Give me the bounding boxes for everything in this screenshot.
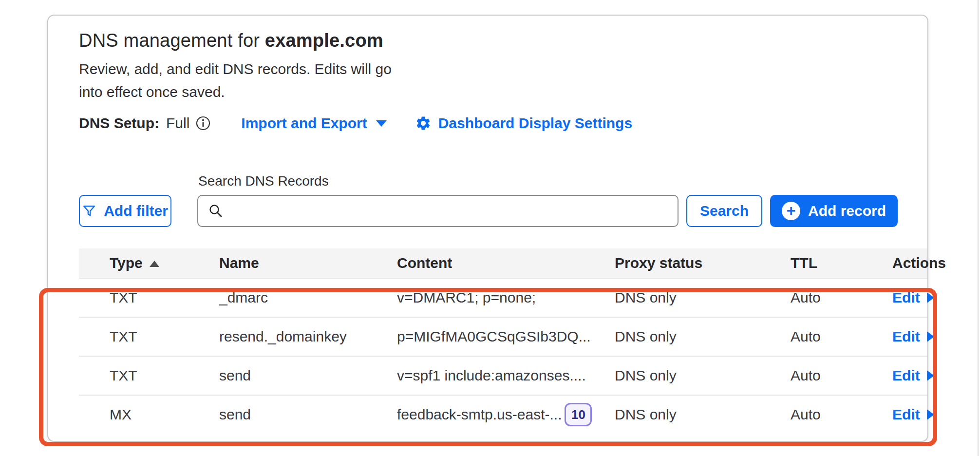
table-row: TXT send v=spf1 include:amazonses.... DN…: [79, 356, 927, 395]
dns-setup-row: DNS Setup: Full Import and Export: [79, 115, 927, 132]
page-title: DNS management for example.com: [79, 30, 927, 51]
record-type: TXT: [79, 367, 219, 384]
add-record-label: Add record: [808, 203, 886, 219]
search-box: [197, 195, 678, 227]
edit-record-link[interactable]: Edit: [892, 289, 934, 306]
search-button-label: Search: [700, 203, 749, 219]
record-name: resend._domainkey: [219, 328, 397, 345]
search-field-group: Search DNS Records: [197, 173, 678, 227]
search-button[interactable]: Search: [686, 195, 762, 227]
record-proxy-status: DNS only: [615, 406, 791, 423]
table-header-row: Type Name Content Proxy status TTL Actio…: [79, 248, 927, 278]
search-toolbar: Add filter Search DNS Records: [79, 173, 927, 227]
column-header-ttl[interactable]: TTL: [791, 255, 892, 271]
dns-setup-label: DNS Setup:: [79, 115, 159, 132]
record-ttl: Auto: [791, 406, 892, 423]
record-ttl: Auto: [791, 367, 892, 384]
chevron-right-icon: [927, 331, 934, 342]
table-row: MX send feedback-smtp.us-east-... 10 DNS…: [79, 395, 927, 434]
column-header-actions: Actions: [892, 255, 960, 271]
record-type: TXT: [79, 289, 219, 306]
add-record-button[interactable]: + Add record: [770, 195, 898, 227]
record-ttl: Auto: [791, 328, 892, 345]
record-content: v=DMARC1; p=none;: [397, 289, 615, 306]
edit-record-link[interactable]: Edit: [892, 367, 934, 384]
record-proxy-status: DNS only: [615, 367, 791, 384]
window-edge-divider: [978, 0, 979, 456]
dashboard-display-settings-link[interactable]: Dashboard Display Settings: [415, 115, 632, 132]
search-field-label: Search DNS Records: [197, 173, 678, 189]
import-export-label: Import and Export: [241, 115, 367, 132]
record-name: _dmarc: [219, 289, 397, 306]
chevron-right-icon: [927, 370, 934, 381]
screen: DNS management for example.com Review, a…: [0, 0, 980, 456]
dashboard-display-settings-label: Dashboard Display Settings: [438, 115, 632, 132]
record-content: p=MIGfMA0GCSqGSIb3DQ...: [397, 328, 615, 345]
record-name: send: [219, 406, 397, 423]
chevron-right-icon: [927, 292, 934, 303]
sort-ascending-icon: [150, 261, 159, 267]
add-filter-button[interactable]: Add filter: [79, 195, 171, 227]
table-row: TXT resend._domainkey p=MIGfMA0GCSqGSIb3…: [79, 317, 927, 356]
column-header-type[interactable]: Type: [79, 255, 219, 271]
info-icon[interactable]: [195, 115, 211, 131]
table-row: TXT _dmarc v=DMARC1; p=none; DNS only Au…: [79, 278, 927, 317]
import-export-link[interactable]: Import and Export: [241, 115, 386, 132]
record-proxy-status: DNS only: [615, 328, 791, 345]
chevron-right-icon: [927, 409, 934, 420]
gear-icon: [415, 115, 432, 132]
record-content: feedback-smtp.us-east-... 10: [397, 403, 615, 426]
page-title-prefix: DNS management for: [79, 30, 265, 51]
zone-name: example.com: [265, 30, 383, 51]
mx-priority-badge: 10: [565, 403, 592, 426]
dns-management-card: DNS management for example.com Review, a…: [47, 15, 928, 442]
record-content: v=spf1 include:amazonses....: [397, 367, 615, 384]
chevron-down-icon: [376, 120, 387, 127]
edit-record-link[interactable]: Edit: [892, 328, 934, 345]
record-ttl: Auto: [791, 289, 892, 306]
record-type: TXT: [79, 328, 219, 345]
add-filter-label: Add filter: [104, 203, 168, 219]
column-header-proxy-status[interactable]: Proxy status: [615, 255, 791, 271]
record-proxy-status: DNS only: [615, 289, 791, 306]
search-input[interactable]: [197, 195, 678, 227]
filter-funnel-icon: [82, 204, 96, 218]
column-header-name[interactable]: Name: [219, 255, 397, 271]
edit-record-link[interactable]: Edit: [892, 406, 934, 423]
record-type: MX: [79, 406, 219, 423]
column-header-content[interactable]: Content: [397, 255, 615, 271]
dns-setup-value: Full: [166, 115, 189, 132]
page-description: Review, add, and edit DNS records. Edits…: [79, 58, 404, 103]
dns-records-table: Type Name Content Proxy status TTL Actio…: [79, 248, 927, 434]
plus-icon: +: [782, 202, 800, 220]
record-name: send: [219, 367, 397, 384]
